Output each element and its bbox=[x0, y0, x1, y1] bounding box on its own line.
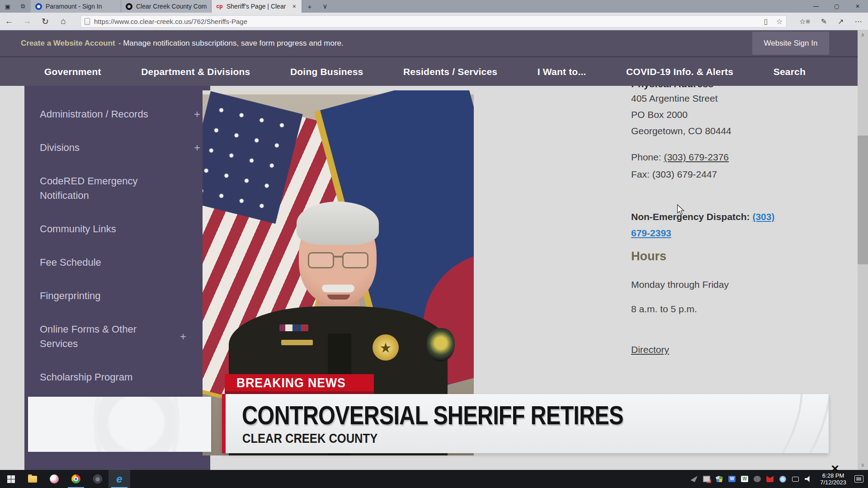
folder-icon bbox=[28, 476, 37, 483]
nav-covid-info[interactable]: COVID-19 Info. & Alerts bbox=[626, 66, 733, 77]
sidebar-item-label: Administration / Records bbox=[40, 108, 148, 120]
directory-row: Directory bbox=[631, 344, 669, 355]
tab-paramount[interactable]: Paramount - Sign In bbox=[31, 0, 121, 13]
back-icon[interactable]: ← bbox=[0, 16, 18, 26]
browser-toolbar: ← → ↻ ⌂ https://www.co.clear-creek.co.us… bbox=[0, 13, 868, 30]
dispatch-line: Non-Emergency Dispatch: (303) 679-2393 bbox=[631, 209, 780, 241]
breaking-news-label: BREAKING NEWS bbox=[236, 375, 346, 390]
tab-sheriffs-page[interactable]: cp Sheriff's Page | Clear Cre × bbox=[212, 0, 302, 13]
website-sign-in-button[interactable]: Website Sign In bbox=[752, 32, 829, 55]
hours-heading: Hours bbox=[631, 249, 666, 263]
gray-app-icon[interactable] bbox=[753, 475, 761, 483]
civicplus-favicon: cp bbox=[216, 3, 223, 10]
nav-search[interactable]: Search bbox=[774, 66, 806, 77]
more-icon[interactable]: ⋯ bbox=[855, 17, 862, 26]
phone-link[interactable]: (303) 679-2376 bbox=[664, 152, 729, 162]
favorite-star-icon[interactable]: ☆ bbox=[776, 17, 783, 26]
account-banner-text: - Manage notification subscriptions, sav… bbox=[118, 39, 344, 48]
photos-notification-icon[interactable] bbox=[703, 475, 711, 483]
scroll-down-icon[interactable]: ∨ bbox=[858, 460, 868, 470]
security-shield-icon[interactable] bbox=[715, 475, 723, 483]
tab-clear-creek-commissioners[interactable]: Clear Creek County Commis bbox=[121, 0, 212, 13]
phone-line: Phone: (303) 679-2376 bbox=[631, 152, 729, 163]
address-bar[interactable]: https://www.co.clear-creek.co.us/762/She… bbox=[80, 15, 787, 28]
restore-button[interactable]: ▢ bbox=[826, 0, 847, 13]
cbs-eye-lens bbox=[44, 397, 211, 452]
reading-view-icon[interactable]: ▯ bbox=[764, 17, 768, 26]
account-banner: Create a Website Account - Manage notifi… bbox=[0, 30, 858, 56]
new-tab-button[interactable]: + bbox=[302, 0, 317, 13]
mcafee-icon[interactable] bbox=[766, 475, 774, 483]
media-app-button[interactable]: ◎ bbox=[87, 470, 108, 488]
window-layout-icon[interactable]: ⧉ bbox=[15, 0, 31, 13]
webpage: Create a Website Account - Manage notifi… bbox=[0, 30, 858, 470]
edge-button[interactable]: e bbox=[108, 470, 130, 488]
webex-icon[interactable]: W bbox=[728, 475, 736, 483]
nav-doing-business[interactable]: Doing Business bbox=[290, 66, 363, 77]
hidden-icons-icon[interactable] bbox=[690, 475, 698, 483]
sidebar-item-fingerprinting[interactable]: Fingerprinting bbox=[24, 279, 210, 313]
chrome-button[interactable] bbox=[65, 470, 87, 488]
fax-line: Fax: (303) 679-2447 bbox=[631, 169, 717, 180]
scroll-up-icon[interactable]: ∧ bbox=[858, 30, 868, 40]
breaking-news-banner: CONTROVERSIAL SHERIFF RETIRES CLEAR CREE… bbox=[222, 394, 829, 453]
expand-plus-icon[interactable]: + bbox=[180, 329, 186, 344]
news-subheadline: CLEAR CREEK COUNTY bbox=[242, 431, 758, 446]
start-button[interactable] bbox=[0, 470, 22, 488]
mustache bbox=[322, 285, 354, 292]
paramount-app-button[interactable] bbox=[43, 470, 65, 488]
edge-icon: e bbox=[116, 474, 122, 483]
sidebar-item-divisions[interactable]: Divisions + bbox=[24, 131, 210, 164]
home-icon[interactable]: ⌂ bbox=[54, 16, 72, 26]
create-account-link[interactable]: Create a Website Account bbox=[21, 39, 115, 48]
sidebar-item-administration-records[interactable]: Administration / Records + bbox=[24, 98, 210, 131]
page-icon bbox=[85, 18, 90, 25]
browser-titlebar: ▣ ⧉ Paramount - Sign In Clear Creek Coun… bbox=[0, 0, 868, 13]
tab-close-icon[interactable]: × bbox=[292, 3, 297, 10]
tab-preview-icon[interactable]: ▣ bbox=[0, 0, 15, 13]
address-line: PO Box 2000 bbox=[631, 108, 812, 122]
w-app-icon[interactable]: W bbox=[741, 475, 749, 483]
forward-icon[interactable]: → bbox=[18, 16, 36, 26]
dismiss-overlay-icon[interactable]: × bbox=[828, 462, 842, 475]
expand-plus-icon[interactable]: + bbox=[194, 107, 200, 122]
sidebar-item-online-forms[interactable]: Online Forms & Other Services + bbox=[24, 313, 196, 361]
volume-icon[interactable] bbox=[804, 475, 812, 483]
expand-plus-icon[interactable]: + bbox=[194, 141, 200, 155]
sidebar-item-scholarship[interactable]: Scholarship Program bbox=[24, 361, 210, 394]
nav-residents-services[interactable]: Residents / Services bbox=[403, 66, 497, 77]
action-center-icon[interactable] bbox=[854, 475, 863, 483]
hub-icon[interactable]: ☆≡ bbox=[799, 17, 810, 26]
minimize-button[interactable]: — bbox=[806, 0, 826, 13]
physical-address-heading-clipped: Physical Address bbox=[631, 86, 812, 89]
tab-list-chevron-icon[interactable]: ∨ bbox=[317, 0, 333, 13]
network-icon[interactable] bbox=[791, 475, 799, 483]
sidebar-item-fee-schedule[interactable]: Fee Schedule bbox=[24, 246, 210, 279]
file-explorer-button[interactable] bbox=[22, 470, 43, 488]
sidebar-item-codered[interactable]: CodeRED Emergency Notification bbox=[24, 164, 210, 212]
contact-info-column: Physical Address 405 Argentine Street PO… bbox=[631, 86, 812, 138]
web-note-icon[interactable]: ✎ bbox=[821, 17, 827, 26]
cbs-eye-favicon bbox=[126, 3, 132, 10]
close-button[interactable]: ✕ bbox=[847, 0, 868, 13]
sidebar-item-community-links[interactable]: Community Links bbox=[24, 212, 210, 246]
address-line: 405 Argentine Street bbox=[631, 91, 812, 106]
sidebar-item-label: Online Forms & Other Services bbox=[40, 324, 137, 349]
scrollbar-thumb[interactable] bbox=[858, 136, 868, 264]
hours-days: Monday through Friday bbox=[631, 279, 729, 290]
nav-i-want-to[interactable]: I Want to... bbox=[538, 66, 586, 77]
cbs-eye-logo-panel bbox=[28, 397, 211, 452]
news-headline: CONTROVERSIAL SHERIFF RETIRES bbox=[242, 400, 735, 430]
windows-taskbar: ◎ e W W 6:28 PM 7/12/2023 bbox=[0, 470, 868, 488]
refresh-icon[interactable]: ↻ bbox=[36, 16, 54, 27]
nav-government[interactable]: Government bbox=[44, 66, 101, 77]
key-settings-icon[interactable] bbox=[778, 475, 787, 483]
directory-link[interactable]: Directory bbox=[631, 344, 669, 355]
url-text[interactable]: https://www.co.clear-creek.co.us/762/She… bbox=[94, 18, 247, 25]
sidebar-item-label: Scholarship Program bbox=[40, 371, 132, 383]
nav-departments[interactable]: Department & Divisions bbox=[141, 66, 250, 77]
share-icon[interactable]: ↗ bbox=[838, 17, 844, 26]
paramount-favicon bbox=[35, 3, 42, 10]
page-content: Administration / Records + Divisions + C… bbox=[0, 86, 858, 470]
page-scrollbar[interactable]: ∧ ∨ bbox=[858, 30, 868, 470]
